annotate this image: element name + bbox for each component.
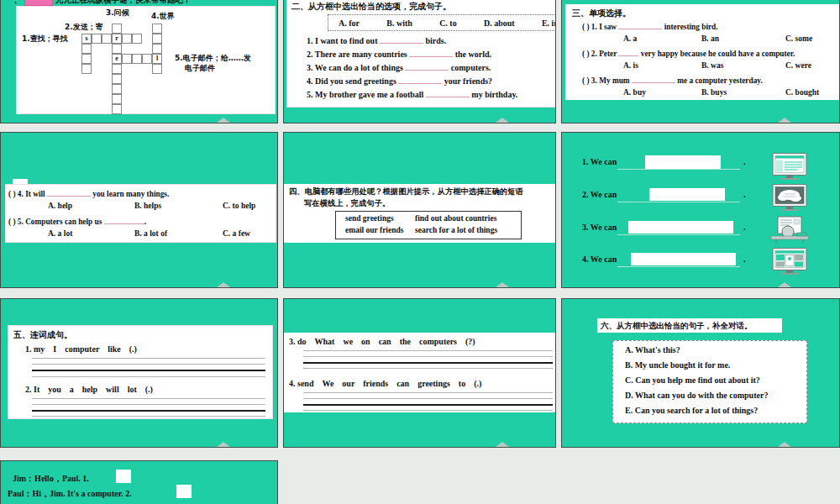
slide-3[interactable]: 三、单项选择。 ( ) 1. I saw interesting bird. A…	[561, 0, 840, 123]
crossword-cell[interactable]	[122, 54, 132, 64]
phrase: send greetings	[345, 214, 394, 223]
option: A. for	[339, 18, 360, 28]
dialogue-option: B. My uncle bought it for me.	[625, 360, 730, 370]
phrase: find out about countries	[415, 214, 496, 223]
page-curl-icon	[496, 442, 509, 447]
dialogue-line: Jim：Hello，Paul. 1.	[13, 473, 89, 485]
crossword-cell[interactable]	[132, 34, 142, 44]
answer-blank[interactable]	[618, 48, 638, 56]
answer-underline	[617, 234, 740, 235]
question-before: 2. Peter	[591, 50, 617, 58]
answer-paren[interactable]: ( )	[582, 76, 591, 85]
option: B. with	[386, 18, 412, 28]
answer-blank[interactable]	[405, 62, 449, 71]
crossword-cell[interactable]	[152, 44, 162, 54]
slide-10[interactable]: Jim：Hello，Paul. 1. Paul：Hi，Jim. It's a c…	[0, 460, 278, 504]
question-after: interesting bird.	[664, 23, 718, 31]
answer-paren[interactable]: ( )	[582, 23, 591, 31]
slide3-panel: 三、单项选择。 ( ) 1. I saw interesting bird. A…	[565, 4, 840, 100]
crossword-cell[interactable]	[81, 54, 92, 64]
option: C. bought	[785, 88, 819, 97]
slide-5[interactable]: 四、电脑都有哪些用处呢？根据图片提示，从方框中选择正确的短语 写在横线上，完成句…	[283, 132, 556, 288]
period: .	[743, 255, 746, 264]
page-curl-icon	[778, 118, 791, 123]
sentence-before: 3. We can do a lot of things	[307, 63, 403, 72]
answer-blank[interactable]	[380, 35, 423, 44]
crossword-cell[interactable]	[81, 44, 92, 54]
crossword-cell[interactable]: s	[81, 34, 92, 44]
answer-box[interactable]	[631, 253, 736, 265]
crossword-panel: 3.问候 4.世界 2.发送；寄 1.查找；寻找 5.电子邮件；给……发 电子邮…	[16, 6, 276, 114]
answer-paren[interactable]: ( )	[8, 218, 18, 226]
slide-9[interactable]: 六、从方框中选出恰当的句子，补全对话。 A. What's this? B. M…	[561, 298, 840, 448]
slide1-header: 一、元元正在玩纵横字谜，快来帮帮她吧！	[6, 0, 192, 6]
slide2-title: 二、从方框中选出恰当的选项，完成句子。	[291, 1, 451, 13]
answer-blank[interactable]	[426, 89, 470, 97]
option: A. is	[623, 61, 638, 70]
answer-blank[interactable]	[47, 188, 91, 197]
slide-8[interactable]: 3. do What we on can the computers (?) 4…	[283, 298, 556, 448]
crossword-cell[interactable]	[112, 24, 122, 34]
crossword-cell[interactable]	[142, 54, 152, 64]
answer-box[interactable]	[176, 485, 192, 498]
sentence-before: 4. Did you send greetings	[307, 76, 396, 86]
answer-blank[interactable]	[409, 49, 453, 57]
slide1-section-prefix: 一、	[6, 0, 22, 4]
option: E. in	[542, 18, 556, 28]
word-order-item: 1. my I computer like (.)	[25, 344, 137, 355]
crossword-cell[interactable]	[152, 24, 162, 34]
answer-blank[interactable]	[104, 216, 144, 224]
crossword-cell[interactable]	[122, 34, 132, 44]
we-can-label: 4. We can	[582, 255, 617, 264]
period: .	[743, 190, 746, 199]
crossword-cell[interactable]	[112, 104, 122, 114]
slide3-title: 三、单项选择。	[572, 8, 631, 19]
slide-4[interactable]: ( ) 4. It will you learn many things. A.…	[0, 132, 278, 288]
crossword-cell[interactable]	[102, 34, 112, 44]
slide-7[interactable]: 五、连词成句。 1. my I computer like (.) 2. It …	[0, 298, 278, 448]
word-order-item: 2. It you a help will lot (.)	[25, 384, 153, 396]
answer-box[interactable]	[116, 470, 131, 483]
question-after: me a computer yesterday.	[677, 76, 763, 85]
page-curl-icon	[217, 442, 230, 447]
crossword-cell[interactable]	[152, 64, 162, 74]
crossword-cell[interactable]	[81, 64, 92, 74]
crossword-clue: 3.问候	[106, 8, 129, 18]
crossword-cell[interactable]	[112, 64, 122, 74]
crossword-cell[interactable]	[112, 74, 122, 84]
answer-blank[interactable]	[398, 76, 442, 84]
crossword-cell[interactable]	[112, 94, 122, 104]
answer-blank[interactable]	[632, 75, 675, 83]
answer-paren[interactable]: ( )	[582, 50, 591, 58]
answer-paren[interactable]: ( )	[8, 190, 18, 198]
dialogue-option: E. Can you search for a lot of things?	[625, 406, 758, 415]
question: ( ) 3. My mum me a computer yesterday.	[582, 75, 763, 85]
answer-box[interactable]	[645, 155, 721, 169]
dialogue-option: C. Can you help me find out about it?	[625, 375, 760, 385]
page-curl-icon	[496, 282, 509, 287]
answer-box[interactable]	[649, 188, 725, 201]
question-before: 3. My mum	[591, 76, 630, 85]
crossword-clue: 1.查找；寻找	[22, 34, 68, 44]
slide-6[interactable]: 1. We can . 2. We can . 3. We can .	[561, 132, 840, 288]
slide-2[interactable]: 二、从方框中选出恰当的选项，完成句子。 A. for B. with C. to…	[283, 0, 556, 123]
crossword-cell[interactable]: e	[112, 54, 122, 64]
answer-blank[interactable]	[618, 21, 662, 29]
crossword-cell[interactable]	[112, 44, 122, 54]
crossword-cell[interactable]	[152, 34, 162, 44]
crossword-cell[interactable]	[132, 54, 142, 64]
crossword-cell[interactable]	[92, 34, 102, 44]
sentence-after: birds.	[425, 36, 446, 45]
answer-box[interactable]	[628, 221, 733, 234]
crossword-clue: 电子邮件	[185, 64, 215, 73]
crossword-cell[interactable]	[112, 84, 122, 94]
option: A. a lot	[48, 229, 72, 238]
option: B. an	[701, 34, 719, 43]
sentence-before: 5. My brother gave me a football	[307, 90, 423, 99]
crossword-cell[interactable]: r	[112, 34, 122, 44]
option: A. a	[623, 34, 637, 43]
sentence: 2. There are many countries the world.	[307, 49, 491, 59]
slide-1[interactable]: 一、元元正在玩纵横字谜，快来帮帮她吧！ 3.问候 4.世界 2.发送；寄 1.查…	[0, 0, 278, 123]
options-box: A. for B. with C. to D. about E. in	[328, 14, 556, 31]
crossword-cell[interactable]: l	[152, 54, 162, 64]
